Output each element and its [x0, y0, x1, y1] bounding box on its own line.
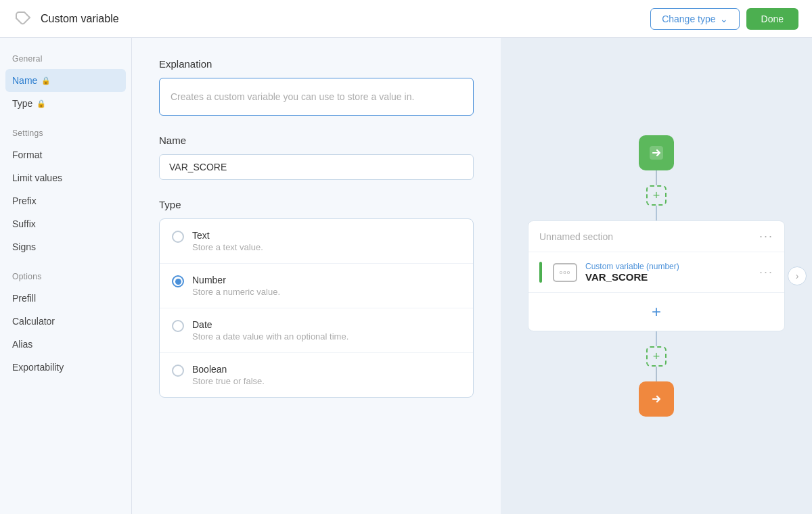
- content-inner: Explanation Creates a custom variable yo…: [159, 58, 474, 398]
- section-dots[interactable]: ···: [759, 229, 773, 243]
- sidebar-suffix-label: Suffix: [12, 218, 36, 229]
- type-option-boolean[interactable]: Boolean Store true or false.: [160, 353, 473, 397]
- lock-icon-type: 🔒: [37, 99, 46, 108]
- entry-node: [639, 135, 674, 170]
- sidebar-item-calculator[interactable]: Calculator: [0, 310, 131, 333]
- app-header: Custom variable Change type ⌄ Done: [0, 0, 812, 38]
- section-card-row: ooo Custom variable (number) VAR_SCORE ·…: [528, 252, 784, 293]
- type-boolean-desc: Store true or false.: [192, 376, 265, 386]
- change-type-label: Change type: [662, 14, 715, 24]
- radio-text: [172, 231, 184, 243]
- var-icon-text: ooo: [560, 269, 570, 275]
- sidebar-item-exportability[interactable]: Exportability: [0, 356, 131, 379]
- radio-number: [172, 275, 184, 287]
- name-input[interactable]: [159, 154, 474, 180]
- sidebar-item-alias[interactable]: Alias: [0, 333, 131, 356]
- radio-date: [172, 320, 184, 332]
- var-type-label: Custom variable (number): [585, 262, 751, 271]
- page-title: Custom variable: [41, 13, 642, 25]
- sidebar-item-prefix[interactable]: Prefix: [0, 189, 131, 212]
- sidebar-item-name-label: Name: [12, 75, 37, 86]
- type-option-text[interactable]: Text Store a text value.: [160, 219, 473, 264]
- right-canvas: + Unnamed section ··· ooo Custom variabl…: [501, 38, 812, 514]
- type-number-label: Number: [192, 275, 280, 285]
- type-option-date[interactable]: Date Store a date value with an optional…: [160, 308, 473, 353]
- explanation-text: Creates a custom variable you can use to…: [171, 91, 414, 102]
- sidebar-alias-label: Alias: [12, 339, 32, 350]
- name-section: Name: [159, 135, 474, 180]
- expand-right-button[interactable]: ›: [788, 266, 807, 285]
- sidebar: General Name 🔒 Type 🔒 Settings Format Li…: [0, 38, 132, 514]
- explanation-box: Creates a custom variable you can use to…: [159, 78, 474, 116]
- var-name: VAR_SCORE: [585, 271, 751, 283]
- connector-3: [656, 331, 657, 346]
- exit-node: [639, 381, 674, 417]
- connector-4: [656, 367, 657, 381]
- main-layout: General Name 🔒 Type 🔒 Settings Format Li…: [0, 38, 812, 514]
- section-card: Unnamed section ··· ooo Custom variable …: [528, 220, 785, 331]
- type-heading: Type: [159, 199, 474, 210]
- radio-boolean: [172, 365, 184, 377]
- green-bar: [539, 262, 542, 283]
- sidebar-calculator-label: Calculator: [12, 316, 55, 327]
- sidebar-prefix-label: Prefix: [12, 195, 37, 206]
- var-icon: ooo: [553, 263, 577, 282]
- section-title: Unnamed section: [539, 231, 613, 242]
- lock-icon-name: 🔒: [41, 76, 51, 85]
- name-heading: Name: [159, 135, 474, 146]
- content-area: Explanation Creates a custom variable yo…: [132, 38, 501, 514]
- connector-1: [656, 170, 657, 185]
- type-option-text-content: Text Store a text value.: [192, 230, 263, 252]
- sidebar-general-label: General: [0, 51, 131, 69]
- sidebar-exportability-label: Exportability: [12, 362, 64, 373]
- var-info: Custom variable (number) VAR_SCORE: [585, 262, 751, 283]
- done-button[interactable]: Done: [746, 8, 798, 30]
- type-number-desc: Store a numeric value.: [192, 287, 280, 297]
- explanation-heading: Explanation: [159, 58, 474, 70]
- type-option-number[interactable]: Number Store a numeric value.: [160, 264, 473, 308]
- sidebar-item-type[interactable]: Type 🔒: [0, 92, 131, 115]
- sidebar-item-signs[interactable]: Signs: [0, 235, 131, 258]
- type-date-label: Date: [192, 319, 348, 330]
- chevron-down-icon: ⌄: [720, 14, 728, 24]
- sidebar-item-prefill[interactable]: Prefill: [0, 287, 131, 310]
- section-card-header: Unnamed section ···: [528, 221, 784, 252]
- type-option-boolean-content: Boolean Store true or false.: [192, 364, 265, 386]
- type-section: Type Text Store a text value.: [159, 199, 474, 398]
- type-option-number-content: Number Store a numeric value.: [192, 275, 280, 297]
- sidebar-item-format[interactable]: Format: [0, 143, 131, 166]
- change-type-button[interactable]: Change type ⌄: [650, 8, 739, 30]
- sidebar-item-name[interactable]: Name 🔒: [5, 69, 126, 92]
- row-dots[interactable]: ···: [759, 265, 773, 279]
- canvas-flow: + Unnamed section ··· ooo Custom variabl…: [528, 135, 785, 417]
- sidebar-item-suffix[interactable]: Suffix: [0, 212, 131, 235]
- add-step-button-top[interactable]: +: [646, 185, 667, 206]
- sidebar-item-limit-values[interactable]: Limit values: [0, 166, 131, 189]
- type-text-desc: Store a text value.: [192, 242, 263, 252]
- type-date-desc: Store a date value with an optional time…: [192, 331, 348, 342]
- type-text-label: Text: [192, 230, 263, 241]
- type-option-date-content: Date Store a date value with an optional…: [192, 319, 348, 342]
- sidebar-signs-label: Signs: [12, 241, 36, 252]
- sidebar-options-label: Options: [0, 269, 131, 287]
- add-in-section-icon: +: [652, 302, 661, 321]
- add-step-button-bottom[interactable]: +: [646, 346, 667, 367]
- sidebar-settings-label: Settings: [0, 126, 131, 143]
- sidebar-format-label: Format: [12, 149, 42, 160]
- header-actions: Change type ⌄ Done: [650, 8, 798, 30]
- type-options-box: Text Store a text value. Number Store a …: [159, 218, 474, 398]
- type-boolean-label: Boolean: [192, 364, 265, 375]
- sidebar-item-type-label: Type: [12, 98, 32, 109]
- radio-number-inner: [175, 279, 181, 285]
- section-add-row[interactable]: +: [528, 293, 784, 331]
- connector-2: [656, 206, 657, 220]
- sidebar-limit-values-label: Limit values: [12, 172, 62, 183]
- sidebar-prefill-label: Prefill: [12, 293, 36, 304]
- tag-icon: [14, 9, 32, 28]
